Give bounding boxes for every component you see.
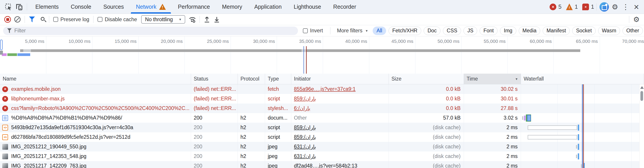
tab-network[interactable]: Network! — [130, 0, 172, 14]
request-name: examples.mobile.json — [11, 86, 60, 92]
column-header-size[interactable]: Size — [389, 74, 464, 84]
initiator-link[interactable]: 859:/باران — [294, 124, 316, 131]
table-row[interactable]: IMG_20251217_142353_548.jpg200h2jpeg631:… — [0, 152, 644, 161]
error-icon: × — [2, 96, 8, 102]
timeline-gridline — [461, 36, 462, 74]
timeline-gridline — [184, 36, 185, 74]
cell-name: IMG_20251217_142353_548.jpg — [0, 152, 191, 161]
filter-pill-js[interactable]: JS — [464, 27, 477, 35]
initiator-link[interactable]: 855a96e….js?ver=37ca9:1 — [294, 86, 356, 92]
cell-name: ×examples.mobile.json — [0, 84, 191, 94]
timeline-gridline — [554, 36, 554, 74]
table-row[interactable]: ×libphonenumber-max.js(failed) net::ERR.… — [0, 94, 644, 103]
initiator-link[interactable]: 631:/باران — [294, 144, 316, 150]
invert-checkbox[interactable]: Invert — [303, 28, 323, 34]
column-header-name[interactable]: Name — [0, 74, 191, 84]
script-icon: <> — [2, 125, 8, 131]
filter-pill-doc[interactable]: Doc — [424, 27, 440, 35]
waterfall-bar — [578, 134, 579, 140]
cell-type: jpeg — [265, 161, 291, 168]
tab-memory[interactable]: Memory — [216, 0, 248, 14]
filter-pill-img[interactable]: Img — [500, 27, 516, 35]
overview-grip[interactable] — [0, 51, 3, 55]
filter-pill-wasm[interactable]: Wasm — [598, 27, 620, 35]
cell-name: IMG_20251217_142209_763.jpg — [0, 161, 191, 168]
filter-pill-css[interactable]: CSS — [443, 27, 461, 35]
tab-recorder[interactable]: Recorder — [327, 0, 362, 14]
overview-left-handle[interactable] — [0, 39, 3, 50]
table-row[interactable]: %D8%A8%D8%A7%D8%B1%D8%A7%D9%86/200h2docu… — [0, 113, 644, 123]
disable-cache-checkbox[interactable]: Disable cache — [98, 16, 137, 22]
inspect-element-button[interactable] — [3, 1, 14, 13]
initiator-link[interactable]: 6:/باران — [294, 105, 310, 111]
network-settings-button[interactable]: ⚙ — [632, 14, 641, 24]
clear-network-log-button[interactable] — [12, 14, 22, 24]
tab-performance[interactable]: Performance — [172, 0, 216, 14]
sort-descending-icon: ▼ — [515, 77, 518, 81]
table-row[interactable]: <>d62786bfa78cd180889d9fc5efe2512d.js?ve… — [0, 132, 644, 142]
more-filters-dropdown[interactable]: More filters ▼ — [336, 28, 370, 34]
cell-status: 200 — [191, 123, 238, 132]
tab-application[interactable]: Application — [248, 0, 288, 14]
error-badge[interactable]: × 5 — [550, 3, 562, 10]
upload-icon — [204, 16, 210, 23]
settings-button[interactable]: ⚙ — [610, 1, 620, 13]
cell-size: 0.0 kB — [389, 103, 464, 113]
more-options-button[interactable]: ⋮ — [620, 1, 631, 13]
cell-type: jpeg — [265, 152, 291, 161]
tab-elements[interactable]: Elements — [29, 0, 65, 14]
more-filters-label: More filters — [337, 28, 362, 34]
table-row[interactable]: <>5493b9d27e135da9ef1d67519304c30a.js?ve… — [0, 123, 644, 132]
table-row[interactable]: ×examples.mobile.json(failed) net::ERR..… — [0, 84, 644, 94]
tab-console[interactable]: Console — [65, 0, 97, 14]
issues-badge[interactable]: × 1 — [582, 3, 594, 10]
filter-pill-all[interactable]: All — [373, 27, 386, 35]
cell-size: 57.0 kB — [389, 113, 464, 123]
table-row[interactable]: IMG_20251212_190449_550.jpg200h2jpeg631:… — [0, 142, 644, 152]
column-header-time[interactable]: Time ▼ — [464, 74, 521, 84]
network-conditions-button[interactable] — [188, 14, 197, 24]
initiator-link[interactable]: 859:/باران — [294, 96, 316, 102]
scrollbar-thumb[interactable] — [640, 91, 643, 101]
filter-pill-other[interactable]: Other — [622, 27, 643, 35]
filter-pill-media[interactable]: Media — [519, 27, 540, 35]
dcl-event-line — [582, 84, 583, 168]
filter-pill-font[interactable]: Font — [480, 27, 498, 35]
scroll-up-arrow[interactable] — [640, 86, 644, 89]
column-header-initiator[interactable]: Initiator — [291, 74, 389, 84]
ai-assistant-button[interactable] — [599, 1, 610, 13]
column-header-waterfall[interactable]: Waterfall — [521, 74, 644, 84]
waterfall-bar — [522, 116, 523, 120]
warning-badge[interactable]: ! 1 — [566, 3, 578, 10]
clear-icon — [14, 16, 20, 22]
preserve-log-checkbox[interactable]: Preserve log — [53, 16, 89, 22]
filter-toggle-button[interactable] — [27, 14, 37, 24]
record-network-log-button[interactable] — [3, 14, 12, 24]
vertical-scrollbar[interactable] — [639, 84, 644, 168]
filter-input[interactable]: Filter — [3, 27, 298, 35]
initiator-link[interactable]: df2ad48….js?ver=584b2:13 — [294, 163, 357, 168]
tab-sources[interactable]: Sources — [97, 0, 130, 14]
initiator-link[interactable]: 631:/باران — [294, 153, 316, 159]
timeline-overview[interactable]: 5,000 ms10,000 ms15,000 ms20,000 ms25,00… — [0, 36, 644, 74]
filter-pill-fetchxhr[interactable]: Fetch/XHR — [388, 27, 421, 35]
network-toolbar: Preserve log Disable cache No throttling… — [0, 14, 644, 25]
waterfall-bar — [576, 155, 577, 158]
table-row[interactable]: IMG_20251217_142209_763.jpg200h2jpegdf2a… — [0, 161, 644, 168]
column-header-protocol[interactable]: Protocol — [238, 74, 265, 84]
search-button[interactable] — [37, 14, 47, 24]
toggle-device-toolbar-button[interactable] — [14, 1, 24, 13]
cell-time: 2 ms — [464, 123, 521, 132]
tab-lighthouse[interactable]: Lighthouse — [288, 0, 327, 14]
export-har-button[interactable] — [212, 14, 222, 24]
close-devtools-button[interactable]: × — [631, 1, 642, 13]
filter-pill-socket[interactable]: Socket — [572, 27, 596, 35]
table-row[interactable]: ×css?family=Roboto%3A900%2C700%2C500%2C5… — [0, 103, 644, 113]
import-har-button[interactable] — [202, 14, 212, 24]
throttling-select[interactable]: No throttling ▼ — [141, 15, 186, 24]
filter-pill-manifest[interactable]: Manifest — [543, 27, 570, 35]
waterfall-bar — [576, 145, 577, 149]
column-header-status[interactable]: Status — [191, 74, 238, 84]
column-header-type[interactable]: Type — [265, 74, 291, 84]
initiator-link[interactable]: 859:/باران — [294, 134, 316, 140]
